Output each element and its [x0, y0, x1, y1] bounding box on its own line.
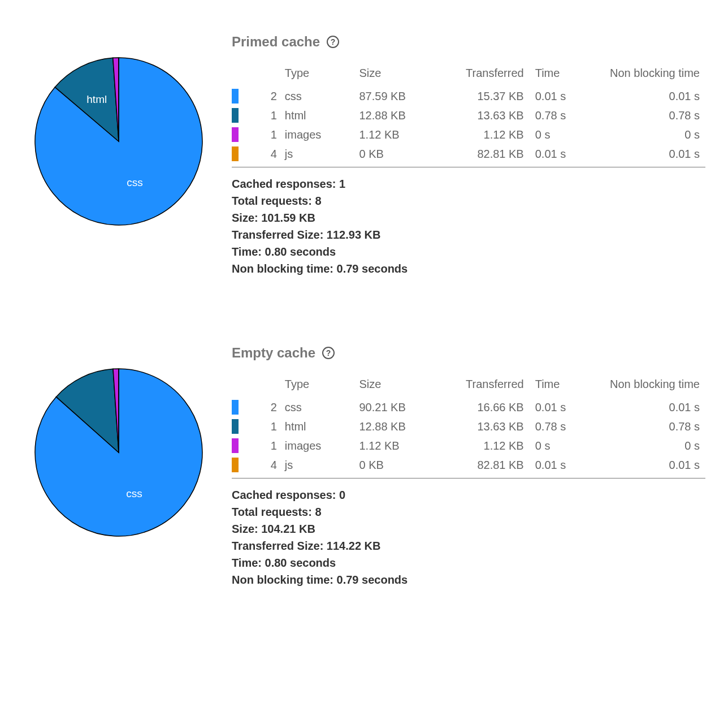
pie-chart — [34, 57, 203, 226]
col-header: Transferred — [441, 63, 530, 87]
pie-chart — [34, 368, 203, 537]
table-header-row: TypeSizeTransferredTimeNon blocking time — [232, 63, 705, 87]
swatch-cell — [232, 106, 245, 125]
cache-section: csshtmlPrimed cache?TypeSizeTransferredT… — [23, 34, 705, 277]
swatch-cell — [232, 436, 245, 455]
summary-line-nbt: Non blocking time: 0.79 seconds — [232, 571, 705, 588]
section-title: Primed cache? — [232, 34, 705, 50]
cell-transferred: 1.12 KB — [441, 436, 530, 455]
section-content: Empty cache?TypeSizeTransferredTimeNon b… — [215, 345, 705, 588]
summary-line-requests: Total requests: 8 — [232, 503, 705, 520]
cell-size: 90.21 KB — [353, 398, 441, 417]
table-row: 1images1.12 KB1.12 KB0 s0 s — [232, 125, 705, 144]
pie-wrap: css — [23, 345, 215, 537]
summary-line-nbt: Non blocking time: 0.79 seconds — [232, 260, 705, 277]
summary-value: 0 — [339, 489, 345, 501]
summary-label: Total requests: — [232, 506, 312, 518]
cell-size: 12.88 KB — [353, 417, 441, 436]
col-header: Non blocking time — [597, 63, 705, 87]
table-row: 2css87.59 KB15.37 KB0.01 s0.01 s — [232, 87, 705, 106]
cell-size: 1.12 KB — [353, 436, 441, 455]
summary-value: 0.80 seconds — [265, 557, 336, 569]
cell-transferred: 13.63 KB — [441, 417, 530, 436]
table-row: 1html12.88 KB13.63 KB0.78 s0.78 s — [232, 417, 705, 436]
cell-size: 1.12 KB — [353, 125, 441, 144]
cell-nbt: 0.01 s — [597, 455, 705, 475]
cell-type: css — [279, 87, 354, 106]
col-header: Type — [279, 63, 354, 87]
table-row: 1html12.88 KB13.63 KB0.78 s0.78 s — [232, 106, 705, 125]
swatch-cell — [232, 417, 245, 436]
cell-count: 4 — [245, 455, 279, 475]
summary-label: Size: — [232, 523, 258, 535]
color-swatch — [232, 108, 239, 123]
table-row: 4js0 KB82.81 KB0.01 s0.01 s — [232, 144, 705, 163]
cell-transferred: 1.12 KB — [441, 125, 530, 144]
separator — [232, 167, 705, 167]
col-header: Time — [530, 374, 597, 398]
cell-transferred: 15.37 KB — [441, 87, 530, 106]
col-header: Type — [279, 374, 354, 398]
cell-nbt: 0.01 s — [597, 398, 705, 417]
cell-type: html — [279, 106, 354, 125]
cell-time: 0.01 s — [530, 398, 597, 417]
table-header-row: TypeSizeTransferredTimeNon blocking time — [232, 374, 705, 398]
resource-table: TypeSizeTransferredTimeNon blocking time… — [232, 63, 705, 163]
cell-type: js — [279, 144, 354, 163]
cell-transferred: 16.66 KB — [441, 398, 530, 417]
summary-line-size: Size: 101.59 KB — [232, 209, 705, 226]
col-header: Non blocking time — [597, 374, 705, 398]
table-row: 1images1.12 KB1.12 KB0 s0 s — [232, 436, 705, 455]
table-row: 2css90.21 KB16.66 KB0.01 s0.01 s — [232, 398, 705, 417]
cache-section: cssEmpty cache?TypeSizeTransferredTimeNo… — [23, 345, 705, 588]
color-swatch — [232, 419, 239, 434]
cell-time: 0.01 s — [530, 87, 597, 106]
pie-container: csshtml — [34, 57, 203, 226]
summary-line-cached: Cached responses: 0 — [232, 486, 705, 503]
help-icon[interactable]: ? — [322, 347, 335, 359]
summary-label: Transferred Size: — [232, 540, 323, 552]
summary-label: Cached responses: — [232, 489, 336, 501]
section-content: Primed cache?TypeSizeTransferredTimeNon … — [215, 34, 705, 277]
col-header: Size — [353, 63, 441, 87]
cell-nbt: 0 s — [597, 125, 705, 144]
cell-count: 1 — [245, 125, 279, 144]
cell-size: 87.59 KB — [353, 87, 441, 106]
cell-transferred: 82.81 KB — [441, 455, 530, 475]
color-swatch — [232, 400, 239, 415]
summary-line-cached: Cached responses: 1 — [232, 175, 705, 192]
swatch-cell — [232, 125, 245, 144]
swatch-cell — [232, 87, 245, 106]
summary-value: 0.80 seconds — [265, 245, 336, 258]
swatch-cell — [232, 144, 245, 163]
cell-type: images — [279, 125, 354, 144]
cell-nbt: 0.78 s — [597, 417, 705, 436]
col-header — [232, 63, 245, 87]
cell-nbt: 0.01 s — [597, 144, 705, 163]
summary: Cached responses: 1Total requests: 8Size… — [232, 175, 705, 277]
summary-value: 8 — [315, 195, 321, 207]
summary-line-requests: Total requests: 8 — [232, 192, 705, 209]
cell-count: 1 — [245, 417, 279, 436]
cell-time: 0.01 s — [530, 455, 597, 475]
cell-size: 12.88 KB — [353, 106, 441, 125]
table-row: 4js0 KB82.81 KB0.01 s0.01 s — [232, 455, 705, 475]
cell-size: 0 KB — [353, 144, 441, 163]
help-icon[interactable]: ? — [327, 36, 339, 48]
cell-time: 0.78 s — [530, 417, 597, 436]
color-swatch — [232, 89, 239, 104]
summary-value: 104.21 KB — [261, 523, 315, 535]
cell-count: 2 — [245, 398, 279, 417]
summary-label: Transferred Size: — [232, 229, 323, 241]
section-title-text: Empty cache — [232, 345, 315, 361]
cell-time: 0 s — [530, 436, 597, 455]
resource-table: TypeSizeTransferredTimeNon blocking time… — [232, 374, 705, 475]
separator — [232, 478, 705, 478]
color-swatch — [232, 438, 239, 453]
summary-value: 114.22 KB — [327, 540, 381, 552]
col-header — [245, 374, 279, 398]
cell-type: js — [279, 455, 354, 475]
col-header: Time — [530, 63, 597, 87]
cell-size: 0 KB — [353, 455, 441, 475]
summary-value: 101.59 KB — [261, 212, 315, 224]
